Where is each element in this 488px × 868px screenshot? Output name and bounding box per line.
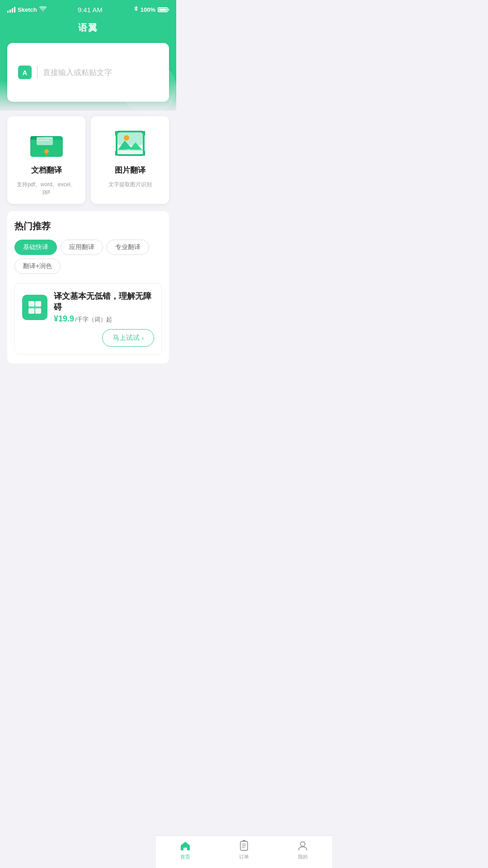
status-time: 9:41 AM [78,6,103,14]
svg-rect-18 [35,301,41,307]
wifi-icon [39,6,47,13]
divider [37,66,38,79]
svg-rect-4 [37,138,53,139]
document-card-subtitle: 支持pdf、word、excel、ppt [14,181,78,195]
tab-basic-translate[interactable]: 基础快译 [14,240,57,255]
app-header: 语翼 [0,18,176,43]
product-price: ¥19.9 [54,314,74,324]
signal-icon [7,7,15,13]
svg-rect-10 [117,132,143,145]
image-translation-card[interactable]: 图片翻译 文字提取图片识别 [91,116,169,204]
carrier-label: Sketch [18,6,37,13]
svg-rect-5 [37,140,49,141]
table-icon [27,300,42,315]
svg-point-11 [124,135,129,141]
document-icon-wrap [28,127,65,160]
chevron-right-icon: › [141,334,144,342]
svg-rect-20 [35,308,41,314]
image-card-title: 图片翻译 [115,165,145,175]
green-bg-area: A 直接输入或粘贴文字 [0,43,176,111]
try-now-button[interactable]: 马上试试 › [102,329,154,347]
text-input-placeholder: 直接输入或粘贴文字 [43,67,112,78]
battery-percent: 100% [141,6,155,13]
svg-rect-19 [28,308,34,314]
document-card-title: 文档翻译 [31,165,62,175]
folder-icon [28,127,65,160]
feature-cards-row: 文档翻译 支持pdf、word、excel、ppt [0,111,176,204]
image-card-subtitle: 文字提取图片识别 [108,181,152,189]
product-cta-row: 马上试试 › [22,329,154,347]
a-badge: A [18,66,32,79]
status-bar: Sketch 9:41 AM 100% [0,0,176,18]
svg-rect-7 [46,152,47,156]
tab-professional-translate[interactable]: 专业翻译 [107,240,149,255]
text-input-card[interactable]: A 直接输入或粘贴文字 [7,43,169,102]
battery-icon [158,7,169,12]
status-left: Sketch [7,6,47,13]
product-price-unit: /千字（词）起 [75,316,112,324]
product-price-row: ¥19.9 /千字（词）起 [54,314,154,324]
app-title: 语翼 [0,22,176,34]
image-translate-icon [112,127,148,160]
tab-applied-translate[interactable]: 应用翻译 [61,240,103,255]
product-info: 译文基本无低错，理解无障碍 ¥19.9 /千字（词）起 [54,291,154,324]
svg-rect-17 [28,301,34,307]
status-right: 100% [134,6,169,14]
main-content: A 直接输入或粘贴文字 [0,43,176,400]
recommend-tabs: 基础快译 应用翻译 专业翻译 翻译+润色 [14,240,162,274]
document-translation-card[interactable]: 文档翻译 支持pdf、word、excel、ppt [7,116,85,204]
product-header: 译文基本无低错，理解无障碍 ¥19.9 /千字（词）起 [22,291,154,324]
svg-rect-15 [117,150,143,151]
product-icon [22,295,47,320]
bluetooth-icon [134,6,138,14]
recommend-title: 热门推荐 [14,220,162,232]
recommend-section: 热门推荐 基础快译 应用翻译 专业翻译 翻译+润色 [7,211,169,363]
tab-translate-polish[interactable]: 翻译+润色 [14,259,61,274]
image-icon-wrap [112,127,148,160]
product-card: 译文基本无低错，理解无障碍 ¥19.9 /千字（词）起 马上试试 › [14,283,162,354]
product-title: 译文基本无低错，理解无障碍 [54,291,154,312]
